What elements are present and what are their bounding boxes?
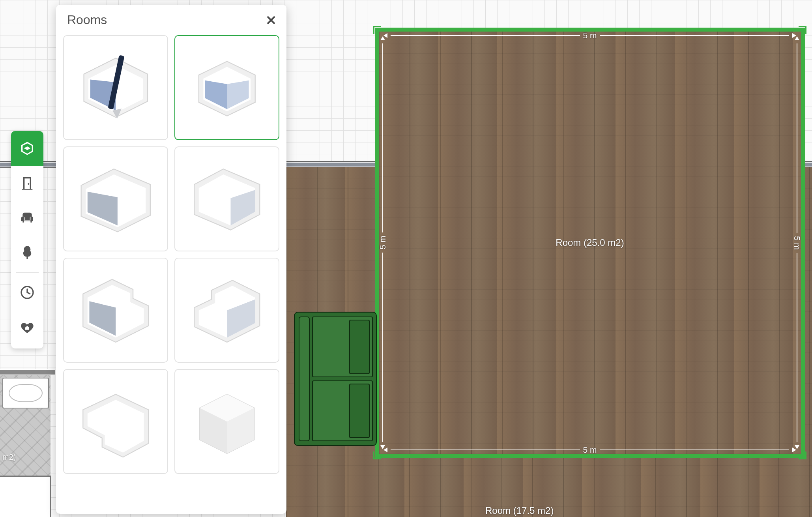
- room-option-square[interactable]: [174, 35, 279, 140]
- room-option-l-nw[interactable]: [174, 258, 279, 363]
- adjacent-room-fragment[interactable]: m2): [0, 369, 55, 517]
- door-icon: [19, 175, 35, 191]
- armchair-icon: [19, 210, 35, 226]
- plants-tool-button[interactable]: [11, 235, 43, 270]
- rooms-tool-button[interactable]: [11, 131, 43, 166]
- rooms-grid: [56, 33, 286, 514]
- left-toolbar: [11, 131, 43, 348]
- square-room-icon: [181, 42, 273, 133]
- room-option-cube[interactable]: [174, 369, 279, 474]
- dimension-bottom-value: 5 m: [583, 445, 597, 455]
- room2-area-label: Room (17.5 m2): [485, 505, 554, 516]
- clock-icon: [19, 285, 35, 300]
- fragment-area-label: m2): [2, 453, 16, 462]
- sofa-furniture[interactable]: [294, 312, 377, 446]
- dimension-left-value: 5 m: [378, 236, 387, 249]
- rect-room-b-icon: [181, 154, 273, 245]
- cube-room-icon: [181, 376, 273, 467]
- selected-room[interactable]: 5 m 5 m 5 m 5 m Room (25.0 m2): [379, 32, 801, 454]
- dimension-right: 5 m: [792, 36, 802, 449]
- l-room-ne-icon: [70, 265, 161, 356]
- room-area-label: Room (25.0 m2): [556, 237, 624, 248]
- favorites-tool-button[interactable]: [11, 310, 43, 345]
- rect-room-a-icon: [70, 154, 161, 245]
- resize-handle-se[interactable]: [799, 451, 806, 459]
- adjacent-room-white[interactable]: [0, 476, 51, 517]
- resize-handle-sw[interactable]: [373, 451, 381, 459]
- dimension-bottom: 5 m: [384, 445, 796, 455]
- history-tool-button[interactable]: [11, 275, 43, 310]
- room-option-rect-a[interactable]: [63, 146, 168, 251]
- room-option-rect-b[interactable]: [174, 146, 279, 251]
- tree-icon: [19, 245, 35, 260]
- rooms-panel: Rooms: [56, 5, 286, 514]
- room-option-draw[interactable]: [63, 35, 168, 140]
- furniture-tool-button[interactable]: [11, 200, 43, 235]
- rooms-panel-title: Rooms: [67, 13, 107, 27]
- dimension-left: 5 m: [378, 36, 387, 449]
- doors-tool-button[interactable]: [11, 166, 43, 200]
- room-option-l-ne[interactable]: [63, 258, 168, 363]
- resize-handle-nw[interactable]: [373, 26, 381, 34]
- close-panel-button[interactable]: [265, 14, 277, 26]
- cube-icon: [19, 140, 35, 156]
- draw-room-icon: [70, 42, 161, 133]
- dimension-right-value: 5 m: [792, 236, 802, 250]
- room-option-l-sw[interactable]: [63, 369, 168, 474]
- l-room-nw-icon: [181, 265, 273, 356]
- resize-handle-ne[interactable]: [799, 26, 806, 34]
- sink-fixture[interactable]: [2, 378, 49, 408]
- toolbar-separator: [16, 272, 39, 273]
- l-room-sw-icon: [70, 376, 161, 467]
- dimension-top: 5 m: [384, 31, 796, 40]
- dimension-top-value: 5 m: [583, 31, 597, 40]
- heart-house-icon: [19, 319, 35, 335]
